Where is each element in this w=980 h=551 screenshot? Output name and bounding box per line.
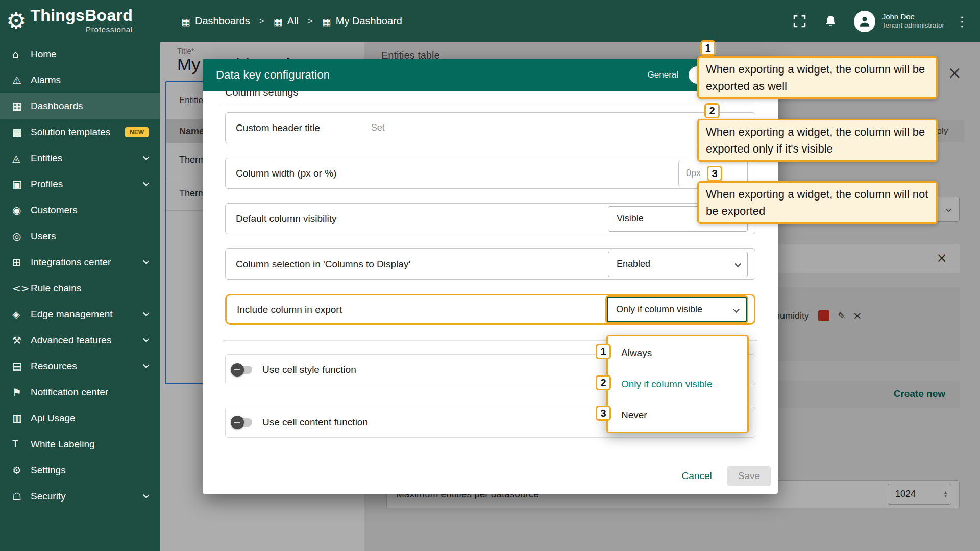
close-fullscreen-icon[interactable]: ×	[947, 62, 962, 83]
sidebar-item-label: Dashboards	[31, 101, 149, 112]
sidebar-item-label: Users	[31, 231, 149, 242]
sidebar-item-label: White Labeling	[31, 439, 149, 450]
field-column-selection: Column selection in 'Columns to Display'…	[225, 248, 755, 280]
toggle-label: Use cell content function	[262, 417, 368, 428]
breadcrumb-dashboards[interactable]: ▦ Dashboards	[181, 15, 250, 27]
person-icon	[858, 15, 871, 28]
brand-logo[interactable]: ⚙ ThingsBoard Professional	[0, 0, 160, 41]
sidebar-item-alarms[interactable]: ⚠ Alarms	[0, 67, 160, 93]
dashboards-icon: ▦	[322, 16, 331, 27]
sidebar-item-resources[interactable]: ▤ Resources	[0, 353, 160, 379]
brand-subtitle: Professional	[30, 25, 133, 34]
field-label: Column width (px or %)	[236, 168, 336, 179]
kebab-menu-icon[interactable]: ⋮	[955, 14, 969, 29]
integrations-icon: ⊞	[12, 256, 31, 268]
select-value: Enabled	[617, 259, 650, 269]
avatar[interactable]	[854, 11, 875, 32]
field-default-column-visibility: Default column visibility Visible	[225, 203, 755, 234]
sidebar-item-api-usage[interactable]: ▥ Api Usage	[0, 405, 160, 431]
breadcrumb-label: Dashboards	[195, 15, 250, 27]
annotation-callout-3: When exporting a widget, the column will…	[697, 181, 938, 224]
sidebar-item-label: Home	[31, 48, 149, 60]
home-icon: ⌂	[12, 48, 31, 60]
sidebar-item-label: Integrations center	[31, 257, 144, 268]
toggle-thumb	[231, 416, 244, 429]
notifications-bell-icon[interactable]	[824, 14, 838, 28]
thingsboard-gear-icon: ⚙	[6, 8, 26, 34]
tab-general[interactable]: General	[648, 70, 678, 80]
chevron-down-icon	[143, 154, 150, 160]
dashboards-icon: ▦	[274, 16, 283, 27]
use-cell-style-function-toggle[interactable]	[232, 366, 252, 374]
sidebar-item-home[interactable]: ⌂ Home	[0, 41, 160, 67]
sidebar-item-rule-chains[interactable]: <> Rule chains	[0, 275, 160, 301]
section-title: Column settings	[225, 91, 755, 98]
divider	[223, 104, 757, 104]
edge-icon: ◈	[12, 308, 31, 320]
menu-option-always[interactable]: Always	[608, 337, 747, 368]
new-badge: NEW	[125, 127, 149, 137]
use-cell-content-function-toggle[interactable]	[232, 418, 252, 427]
sidebar-item-security[interactable]: ☖ Security	[0, 483, 160, 509]
sidebar-item-white-labeling[interactable]: T White Labeling	[0, 431, 160, 457]
sidebar-item-label: Resources	[31, 361, 144, 372]
sidebar-item-label: Advanced features	[31, 335, 144, 346]
annotation-badge-1: 1	[700, 40, 716, 56]
menu-option-only-if-visible[interactable]: Only if column visible	[608, 368, 747, 399]
settings-icon: ⚙	[12, 464, 31, 477]
breadcrumb-all[interactable]: ▦ All	[274, 15, 299, 27]
breadcrumb-my-dashboard[interactable]: ▦ My Dashboard	[322, 15, 402, 27]
annotation-callout-1: When exporting a widget, the column will…	[697, 56, 938, 99]
cancel-button[interactable]: Cancel	[682, 470, 712, 482]
sidebar-item-settings[interactable]: ⚙ Settings	[0, 457, 160, 483]
breadcrumb-label: All	[287, 15, 299, 27]
sidebar-item-label: Alarms	[31, 74, 149, 86]
chevron-down-icon	[733, 306, 740, 313]
api-usage-icon: ▥	[12, 412, 31, 424]
sidebar-item-label: Edge management	[31, 309, 144, 320]
chevron-down-icon	[143, 336, 150, 342]
white-labeling-icon: T	[12, 438, 31, 450]
sidebar-item-label: Entities	[31, 153, 144, 164]
sidebar-item-customers[interactable]: ◉ Customers	[0, 197, 160, 223]
breadcrumb: ▦ Dashboards > ▦ All > ▦ My Dashboard	[160, 15, 402, 27]
sidebar-item-notification-center[interactable]: ⚑ Notification center	[0, 379, 160, 405]
toggle-thumb	[231, 363, 244, 377]
fullscreen-icon[interactable]	[793, 14, 806, 28]
field-include-column-in-export: Include column in export Only if column …	[225, 294, 755, 325]
annotation-badge-2: 2	[704, 103, 720, 118]
field-label: Custom header title	[236, 122, 320, 134]
sidebar-item-dashboards[interactable]: ▦ Dashboards	[0, 93, 160, 119]
menu-option-never[interactable]: Never	[608, 399, 747, 431]
chevron-down-icon	[143, 258, 150, 264]
dialog-header: Data key configuration General Advanced …	[203, 59, 778, 91]
rule-chains-icon: <>	[12, 282, 31, 294]
sidebar-item-advanced-features[interactable]: ⚒ Advanced features	[0, 327, 160, 353]
user-role: Tenant administrator	[882, 21, 944, 30]
security-icon: ☖	[12, 490, 31, 503]
sidebar-item-solution-templates[interactable]: ▩ Solution templates NEW	[0, 119, 160, 145]
save-button[interactable]: Save	[727, 466, 771, 486]
column-selection-select[interactable]: Enabled	[608, 252, 748, 277]
field-label: Column selection in 'Columns to Display'	[236, 259, 410, 270]
sidebar-item-users[interactable]: ◎ Users	[0, 223, 160, 249]
field-custom-header-title: Custom header title Set	[225, 112, 755, 143]
breadcrumb-separator: >	[259, 16, 264, 27]
toggle-label: Use cell style function	[262, 364, 356, 375]
breadcrumb-label: My Dashboard	[336, 15, 402, 27]
screen: ⚙ ThingsBoard Professional ⌂ Home ⚠ Alar…	[0, 0, 980, 551]
include-column-in-export-select[interactable]: Only if column visible	[607, 297, 747, 322]
sidebar-item-label: Notification center	[31, 387, 149, 398]
custom-header-title-input[interactable]: Set	[371, 122, 385, 133]
sidebar-item-label: Settings	[31, 465, 149, 476]
field-column-width: Column width (px or %) 0px	[225, 158, 755, 189]
sidebar-item-integrations-center[interactable]: ⊞ Integrations center	[0, 249, 160, 275]
sidebar-item-profiles[interactable]: ▣ Profiles	[0, 171, 160, 197]
sidebar-item-label: Api Usage	[31, 413, 149, 424]
top-bar: ▦ Dashboards > ▦ All > ▦ My Dashboard	[160, 0, 980, 42]
column-settings-fields: Custom header title Set Column width (px…	[225, 112, 755, 325]
sidebar-item-edge-management[interactable]: ◈ Edge management	[0, 301, 160, 327]
menu-option-badge-1: 1	[596, 344, 611, 359]
annotation-callout-2: When exporting a widget, the column will…	[697, 119, 938, 162]
sidebar-item-entities[interactable]: ◬ Entities	[0, 145, 160, 171]
